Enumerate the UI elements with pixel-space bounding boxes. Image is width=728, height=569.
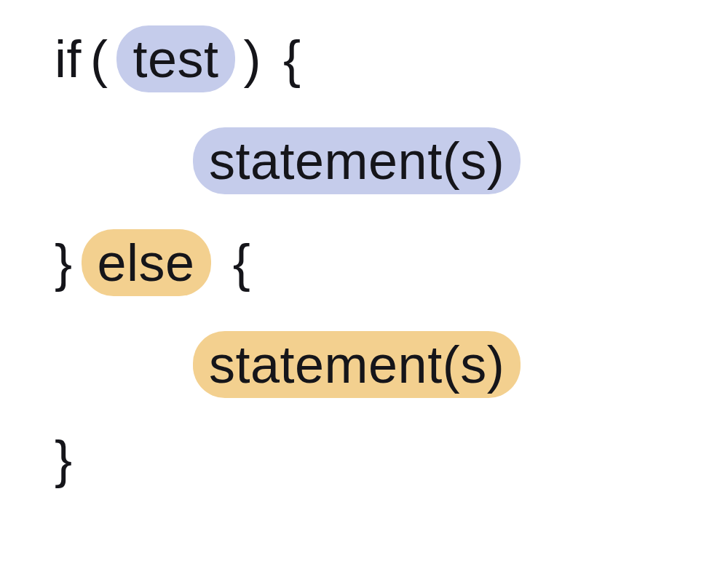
else-statements-pill: statement(s) xyxy=(193,331,521,398)
close-paren: ) xyxy=(244,33,261,85)
code-line-3: } else { xyxy=(55,229,673,296)
open-paren: ( xyxy=(90,33,108,85)
code-line-2: statement(s) xyxy=(55,127,673,194)
code-line-1: if ( test ) { xyxy=(55,25,673,92)
if-keyword: if xyxy=(55,33,82,85)
test-pill: test xyxy=(116,25,234,92)
open-brace: { xyxy=(283,33,301,85)
close-brace: } xyxy=(55,236,73,289)
code-line-5: } xyxy=(55,433,673,485)
open-brace: { xyxy=(233,236,251,289)
if-statements-pill: statement(s) xyxy=(193,127,521,194)
code-line-4: statement(s) xyxy=(55,331,673,398)
close-brace: } xyxy=(55,433,73,485)
else-pill: else xyxy=(82,229,211,296)
